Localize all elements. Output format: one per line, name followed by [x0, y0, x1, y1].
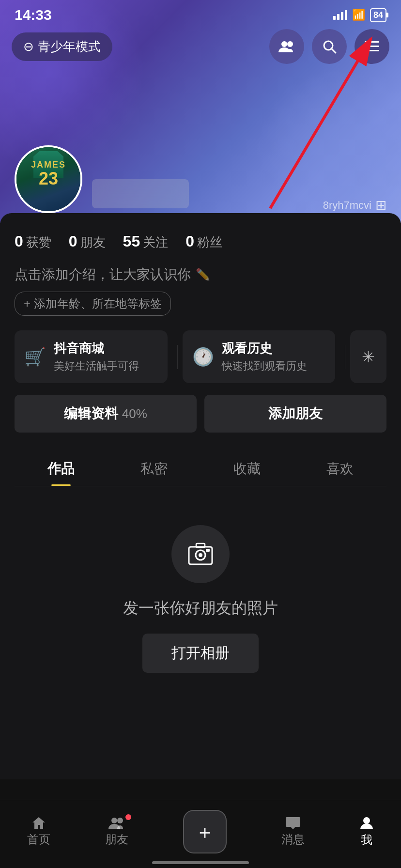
action-buttons: 编辑资料 40% 添加朋友	[15, 395, 386, 433]
history-title: 观看历史	[222, 340, 307, 357]
bottom-nav: 首页 朋友 ＋ 消息 我	[0, 800, 401, 868]
add-tag-pill[interactable]: + 添加年龄、所在地等标签	[15, 292, 171, 316]
nav-friends[interactable]: 朋友	[105, 816, 128, 847]
nav-create-btn[interactable]: ＋	[183, 810, 227, 853]
followers-label: 粉丝	[197, 234, 222, 251]
friends-notification-dot	[125, 814, 131, 820]
open-album-btn[interactable]: 打开相册	[142, 634, 259, 673]
tab-private[interactable]: 私密	[108, 450, 200, 486]
likes-label: 获赞	[26, 234, 51, 251]
followers-count: 0	[185, 232, 194, 250]
menu-icon-btn[interactable]	[355, 29, 389, 64]
bio-edit-icon: ✏️	[196, 268, 210, 281]
cart-icon: 🛒	[24, 347, 46, 367]
svg-rect-5	[365, 46, 379, 47]
nav-friends-label: 朋友	[105, 832, 128, 847]
svg-point-1	[287, 41, 293, 47]
svg-rect-13	[206, 549, 210, 552]
nav-home[interactable]: 首页	[27, 816, 50, 847]
friends-count: 0	[69, 232, 77, 250]
home-indicator	[152, 861, 249, 864]
empty-text: 发一张你好朋友的照片	[123, 598, 278, 619]
youth-mode-badge[interactable]: ⊖ 青少年模式	[12, 32, 112, 61]
svg-line-3	[332, 49, 336, 53]
svg-rect-6	[365, 50, 379, 51]
username-blurred	[92, 179, 189, 208]
avatar-area: JAMES 23	[15, 145, 189, 213]
wifi-icon: 📶	[352, 9, 365, 21]
snowflake-link[interactable]: ✳	[350, 330, 386, 383]
open-album-label: 打开相册	[171, 645, 230, 661]
svg-rect-4	[365, 41, 379, 43]
stat-friends[interactable]: 0 朋友	[69, 232, 106, 251]
stat-following[interactable]: 55 关注	[123, 232, 169, 251]
user-id-text: 8ryh7mcvi	[323, 199, 371, 212]
tags-row: + 添加年龄、所在地等标签	[15, 292, 386, 316]
snowflake-icon: ✳	[362, 348, 375, 366]
history-texts: 观看历史 快速找到观看历史	[222, 340, 307, 373]
tabs-row: 作品 私密 收藏 喜欢	[15, 450, 386, 486]
youth-mode-label: 青少年模式	[38, 38, 101, 55]
nav-me-label: 我	[361, 832, 372, 848]
bio-placeholder: 点击添加介绍，让大家认识你	[15, 265, 191, 284]
friends-label: 朋友	[80, 234, 106, 251]
search-icon-btn[interactable]	[312, 29, 347, 64]
edit-profile-btn[interactable]: 编辑资料 40%	[15, 395, 197, 433]
edit-profile-label: 编辑资料	[64, 406, 118, 421]
bio-text[interactable]: 点击添加介绍，让大家认识你 ✏️	[15, 265, 386, 284]
shop-subtitle: 美好生活触手可得	[54, 359, 139, 373]
svg-point-0	[281, 41, 287, 47]
nav-messages-label: 消息	[281, 832, 305, 847]
avatar-inner: JAMES 23	[16, 147, 80, 211]
tab-likes[interactable]: 喜欢	[293, 450, 386, 486]
tab-collections[interactable]: 收藏	[200, 450, 293, 486]
tag-placeholder: + 添加年龄、所在地等标签	[24, 296, 162, 311]
stat-likes[interactable]: 0 获赞	[15, 232, 51, 251]
following-count: 55	[123, 232, 140, 250]
youth-shield-icon: ⊖	[23, 39, 34, 54]
svg-point-16	[363, 817, 370, 824]
shop-texts: 抖音商城 美好生活触手可得	[54, 340, 139, 373]
empty-state: 发一张你好朋友的照片 打开相册	[15, 486, 386, 702]
vertical-divider	[177, 345, 178, 369]
likes-count: 0	[15, 232, 23, 250]
svg-point-14	[111, 818, 117, 823]
svg-point-11	[199, 553, 202, 557]
friends-icon-btn[interactable]	[269, 29, 304, 64]
tab-works[interactable]: 作品	[15, 450, 108, 486]
shop-link[interactable]: 🛒 抖音商城 美好生活触手可得	[15, 330, 168, 383]
svg-point-15	[117, 818, 123, 823]
shop-title: 抖音商城	[54, 340, 139, 357]
top-nav-icons	[269, 29, 389, 64]
status-icons: 📶 84	[333, 8, 386, 22]
plus-icon: ＋	[195, 819, 215, 845]
clock-icon: 🕐	[192, 347, 214, 367]
avatar[interactable]: JAMES 23	[15, 145, 82, 213]
svg-line-8	[270, 39, 371, 208]
nav-me[interactable]: 我	[359, 816, 374, 848]
nav-home-label: 首页	[27, 832, 50, 847]
stats-row: 0 获赞 0 朋友 55 关注 0 粉丝	[15, 228, 386, 256]
signal-icon	[333, 10, 347, 20]
history-link[interactable]: 🕐 观看历史 快速找到观看历史	[183, 330, 336, 383]
user-id-line: 8ryh7mcvi ⊞	[323, 197, 386, 213]
empty-icon-circle	[171, 525, 230, 583]
top-nav: ⊖ 青少年模式	[0, 29, 401, 64]
battery-indicator: 84	[370, 8, 386, 22]
add-friend-label: 添加朋友	[268, 406, 323, 421]
vertical-divider-2	[345, 345, 345, 369]
add-friend-btn[interactable]: 添加朋友	[204, 395, 386, 433]
stat-followers[interactable]: 0 粉丝	[185, 232, 222, 251]
profile-body: 0 获赞 0 朋友 55 关注 0 粉丝 点击添加介绍，让大家认识你 ✏️ + …	[0, 213, 401, 779]
nav-messages[interactable]: 消息	[281, 816, 305, 847]
profile-header-bg: ⊖ 青少年模式	[0, 0, 401, 223]
history-subtitle: 快速找到观看历史	[222, 359, 307, 373]
status-time: 14:33	[15, 7, 52, 23]
qr-icon: ⊞	[375, 197, 386, 213]
svg-rect-12	[196, 543, 205, 547]
quick-links: 🛒 抖音商城 美好生活触手可得 🕐 观看历史 快速找到观看历史 ✳	[15, 330, 386, 383]
status-bar: 14:33 📶 84	[0, 0, 401, 27]
following-label: 关注	[143, 234, 168, 251]
